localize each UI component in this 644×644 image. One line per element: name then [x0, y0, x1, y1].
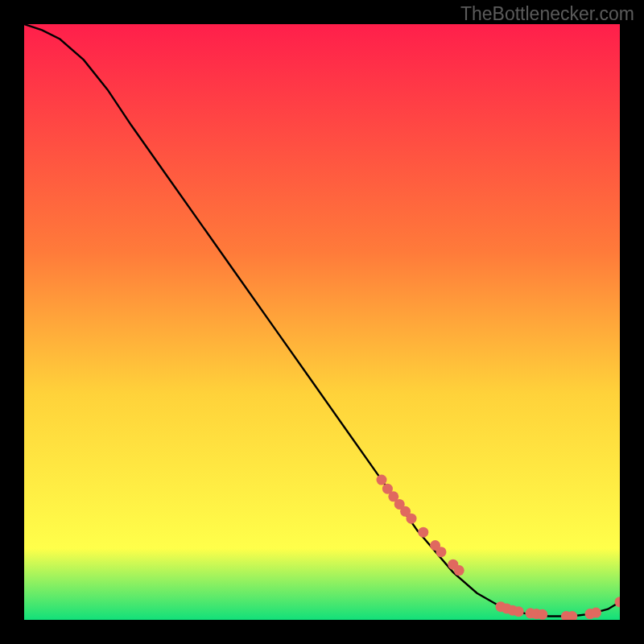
plot-svg — [24, 24, 620, 620]
chart-stage: TheBottlenecker.com — [0, 0, 644, 644]
watermark-text: TheBottlenecker.com — [460, 3, 634, 25]
plot-area — [24, 24, 620, 620]
marker-point — [537, 609, 547, 620]
marker-point — [591, 608, 601, 618]
marker-point — [454, 565, 464, 576]
marker-point — [418, 527, 428, 538]
marker-point — [514, 606, 524, 617]
marker-point — [436, 547, 447, 557]
marker-point — [377, 475, 387, 485]
gradient-background — [24, 24, 620, 620]
marker-point — [407, 514, 417, 524]
